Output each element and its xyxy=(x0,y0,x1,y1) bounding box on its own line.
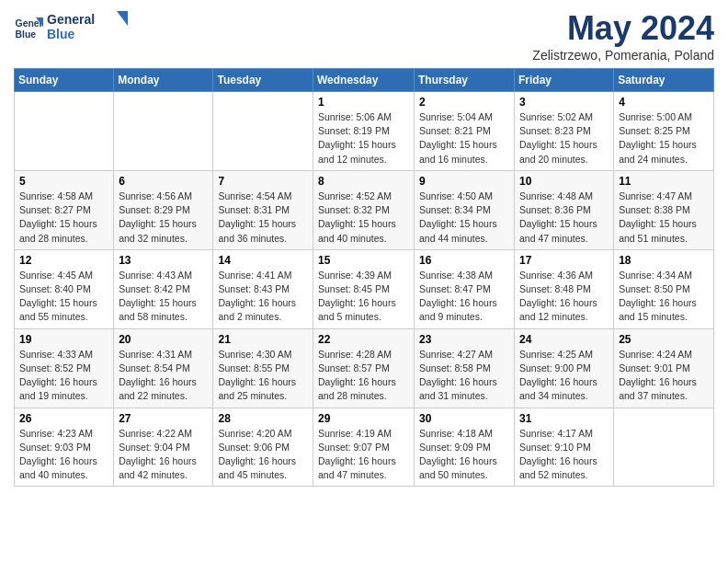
day-info: Sunrise: 4:31 AM Sunset: 8:54 PM Dayligh… xyxy=(119,348,208,404)
day-number: 4 xyxy=(619,96,709,109)
calendar-cell: 26Sunrise: 4:23 AM Sunset: 9:03 PM Dayli… xyxy=(15,408,114,487)
day-info: Sunrise: 4:52 AM Sunset: 8:32 PM Dayligh… xyxy=(318,190,409,246)
calendar-cell: 20Sunrise: 4:31 AM Sunset: 8:54 PM Dayli… xyxy=(114,328,213,408)
day-info: Sunrise: 4:33 AM Sunset: 8:52 PM Dayligh… xyxy=(19,348,108,404)
svg-text:General: General xyxy=(47,12,95,27)
calendar-cell: 10Sunrise: 4:48 AM Sunset: 8:36 PM Dayli… xyxy=(515,170,614,249)
logo: General Blue General Blue xyxy=(14,9,130,48)
calendar-cell: 29Sunrise: 4:19 AM Sunset: 9:07 PM Dayli… xyxy=(313,408,415,487)
day-number: 21 xyxy=(218,333,308,346)
week-row-4: 19Sunrise: 4:33 AM Sunset: 8:52 PM Dayli… xyxy=(15,328,714,408)
calendar-cell: 12Sunrise: 4:45 AM Sunset: 8:40 PM Dayli… xyxy=(15,249,114,328)
calendar-cell: 9Sunrise: 4:50 AM Sunset: 8:34 PM Daylig… xyxy=(415,170,515,249)
calendar-cell: 7Sunrise: 4:54 AM Sunset: 8:31 PM Daylig… xyxy=(213,170,313,249)
calendar-cell: 8Sunrise: 4:52 AM Sunset: 8:32 PM Daylig… xyxy=(313,170,415,249)
calendar-cell xyxy=(15,92,114,171)
day-info: Sunrise: 4:34 AM Sunset: 8:50 PM Dayligh… xyxy=(619,269,709,325)
weekday-sunday: Sunday xyxy=(15,69,114,92)
day-number: 14 xyxy=(218,254,308,267)
weekday-friday: Friday xyxy=(515,69,614,92)
day-info: Sunrise: 4:54 AM Sunset: 8:31 PM Dayligh… xyxy=(218,190,308,246)
weekday-wednesday: Wednesday xyxy=(313,69,415,92)
day-info: Sunrise: 4:45 AM Sunset: 8:40 PM Dayligh… xyxy=(19,269,108,325)
logo-icon: General Blue xyxy=(14,14,43,43)
day-number: 30 xyxy=(419,412,509,425)
calendar-cell: 11Sunrise: 4:47 AM Sunset: 8:38 PM Dayli… xyxy=(614,170,714,249)
day-number: 12 xyxy=(19,254,108,267)
day-number: 8 xyxy=(318,175,409,188)
day-number: 6 xyxy=(119,175,208,188)
calendar-cell: 23Sunrise: 4:27 AM Sunset: 8:58 PM Dayli… xyxy=(415,328,515,408)
day-info: Sunrise: 4:41 AM Sunset: 8:43 PM Dayligh… xyxy=(218,269,308,325)
day-number: 13 xyxy=(119,254,208,267)
calendar-cell: 3Sunrise: 5:02 AM Sunset: 8:23 PM Daylig… xyxy=(515,92,614,171)
calendar-cell: 13Sunrise: 4:43 AM Sunset: 8:42 PM Dayli… xyxy=(114,249,213,328)
day-number: 7 xyxy=(218,175,308,188)
day-number: 15 xyxy=(318,254,409,267)
day-number: 20 xyxy=(119,333,208,346)
day-info: Sunrise: 4:19 AM Sunset: 9:07 PM Dayligh… xyxy=(318,427,409,483)
day-number: 5 xyxy=(19,175,108,188)
weekday-saturday: Saturday xyxy=(614,69,714,92)
day-info: Sunrise: 4:47 AM Sunset: 8:38 PM Dayligh… xyxy=(619,190,709,246)
calendar-cell: 31Sunrise: 4:17 AM Sunset: 9:10 PM Dayli… xyxy=(515,408,614,487)
day-info: Sunrise: 4:18 AM Sunset: 9:09 PM Dayligh… xyxy=(419,427,509,483)
day-info: Sunrise: 4:36 AM Sunset: 8:48 PM Dayligh… xyxy=(519,269,609,325)
day-info: Sunrise: 4:23 AM Sunset: 9:03 PM Dayligh… xyxy=(19,427,108,483)
day-number: 2 xyxy=(419,96,509,109)
day-number: 31 xyxy=(519,412,609,425)
day-number: 19 xyxy=(19,333,108,346)
day-number: 29 xyxy=(318,412,409,425)
day-number: 9 xyxy=(419,175,509,188)
day-number: 22 xyxy=(318,333,409,346)
day-number: 27 xyxy=(119,412,208,425)
calendar-cell: 18Sunrise: 4:34 AM Sunset: 8:50 PM Dayli… xyxy=(614,249,714,328)
day-info: Sunrise: 4:24 AM Sunset: 9:01 PM Dayligh… xyxy=(619,348,709,404)
calendar-cell: 14Sunrise: 4:41 AM Sunset: 8:43 PM Dayli… xyxy=(213,249,313,328)
logo-svg: General Blue xyxy=(47,9,130,44)
calendar-cell: 30Sunrise: 4:18 AM Sunset: 9:09 PM Dayli… xyxy=(415,408,515,487)
day-info: Sunrise: 4:48 AM Sunset: 8:36 PM Dayligh… xyxy=(519,190,609,246)
calendar-cell: 2Sunrise: 5:04 AM Sunset: 8:21 PM Daylig… xyxy=(415,92,515,171)
calendar-cell: 15Sunrise: 4:39 AM Sunset: 8:45 PM Dayli… xyxy=(313,249,415,328)
calendar-cell: 27Sunrise: 4:22 AM Sunset: 9:04 PM Dayli… xyxy=(114,408,213,487)
calendar-cell: 5Sunrise: 4:58 AM Sunset: 8:27 PM Daylig… xyxy=(15,170,114,249)
calendar-cell: 21Sunrise: 4:30 AM Sunset: 8:55 PM Dayli… xyxy=(213,328,313,408)
page-header: General Blue General Blue May 2024 Zelis… xyxy=(14,9,714,63)
day-info: Sunrise: 5:06 AM Sunset: 8:19 PM Dayligh… xyxy=(318,110,409,167)
month-title: May 2024 xyxy=(532,9,714,48)
calendar-cell xyxy=(213,92,313,171)
day-info: Sunrise: 4:56 AM Sunset: 8:29 PM Dayligh… xyxy=(119,190,208,246)
week-row-5: 26Sunrise: 4:23 AM Sunset: 9:03 PM Dayli… xyxy=(15,408,714,487)
day-info: Sunrise: 4:43 AM Sunset: 8:42 PM Dayligh… xyxy=(119,269,208,325)
svg-text:Blue: Blue xyxy=(16,29,37,40)
day-info: Sunrise: 4:30 AM Sunset: 8:55 PM Dayligh… xyxy=(218,348,308,404)
calendar-cell: 16Sunrise: 4:38 AM Sunset: 8:47 PM Dayli… xyxy=(415,249,515,328)
svg-text:Blue: Blue xyxy=(47,27,75,41)
weekday-monday: Monday xyxy=(114,69,213,92)
calendar-cell: 4Sunrise: 5:00 AM Sunset: 8:25 PM Daylig… xyxy=(614,92,714,171)
day-number: 1 xyxy=(318,96,409,109)
day-number: 17 xyxy=(519,254,609,267)
calendar-body: 1Sunrise: 5:06 AM Sunset: 8:19 PM Daylig… xyxy=(15,92,714,487)
day-number: 25 xyxy=(619,333,709,346)
day-info: Sunrise: 4:28 AM Sunset: 8:57 PM Dayligh… xyxy=(318,348,409,404)
day-number: 16 xyxy=(419,254,509,267)
location-subtitle: Zelistrzewo, Pomerania, Poland xyxy=(532,48,714,63)
calendar-cell: 22Sunrise: 4:28 AM Sunset: 8:57 PM Dayli… xyxy=(313,328,415,408)
day-number: 23 xyxy=(419,333,509,346)
day-info: Sunrise: 4:27 AM Sunset: 8:58 PM Dayligh… xyxy=(419,348,509,404)
day-number: 3 xyxy=(519,96,609,109)
day-info: Sunrise: 4:20 AM Sunset: 9:06 PM Dayligh… xyxy=(218,427,308,483)
calendar-cell: 17Sunrise: 4:36 AM Sunset: 8:48 PM Dayli… xyxy=(515,249,614,328)
day-info: Sunrise: 4:22 AM Sunset: 9:04 PM Dayligh… xyxy=(119,427,208,483)
day-info: Sunrise: 4:58 AM Sunset: 8:27 PM Dayligh… xyxy=(19,190,108,246)
weekday-tuesday: Tuesday xyxy=(213,69,313,92)
day-info: Sunrise: 5:00 AM Sunset: 8:25 PM Dayligh… xyxy=(619,110,709,167)
week-row-1: 1Sunrise: 5:06 AM Sunset: 8:19 PM Daylig… xyxy=(15,92,714,171)
calendar-cell: 19Sunrise: 4:33 AM Sunset: 8:52 PM Dayli… xyxy=(15,328,114,408)
weekday-header-row: SundayMondayTuesdayWednesdayThursdayFrid… xyxy=(15,69,714,92)
title-area: May 2024 Zelistrzewo, Pomerania, Poland xyxy=(532,9,714,63)
day-number: 24 xyxy=(519,333,609,346)
day-info: Sunrise: 4:38 AM Sunset: 8:47 PM Dayligh… xyxy=(419,269,509,325)
